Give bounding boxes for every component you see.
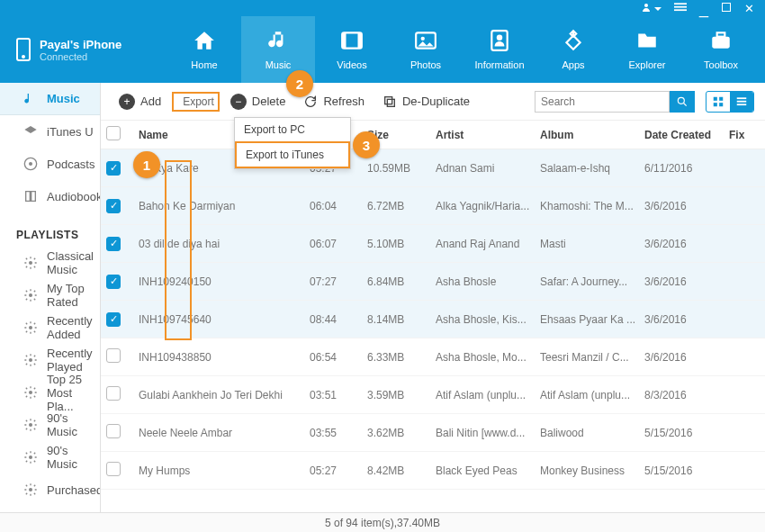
playlist-item[interactable]: Top 25 Most Pla...: [0, 376, 100, 409]
row-checkbox[interactable]: [106, 424, 121, 438]
close-icon[interactable]: ✕: [744, 2, 754, 15]
table-row[interactable]: 03 dil de diya hai06:075.10MBAnand Raj A…: [101, 225, 765, 263]
tab-information[interactable]: Information: [463, 16, 536, 83]
gear-icon: [23, 418, 38, 432]
add-button[interactable]: +Add: [112, 90, 168, 113]
cell-album: Teesri Manzil / C...: [540, 351, 644, 364]
col-album[interactable]: Album: [540, 129, 644, 141]
sidebar-item-itunesu[interactable]: iTunes U: [0, 115, 100, 148]
tab-label: Information: [474, 59, 524, 70]
contacts-icon: [488, 29, 511, 54]
table-row[interactable]: Gulabi Aankhein Jo Teri Dekhi03:513.59MB…: [101, 376, 765, 414]
playlist-item[interactable]: Classical Music: [0, 247, 100, 279]
svg-rect-4: [723, 3, 731, 11]
sidebar: Music iTunes U Podcasts Audiobooks PLAYL…: [0, 83, 101, 512]
playlist-item[interactable]: Purchased: [0, 473, 100, 506]
row-checkbox[interactable]: [106, 462, 121, 476]
btn-label: Delete: [252, 95, 286, 108]
svg-point-18: [29, 326, 32, 329]
tab-photos[interactable]: Photos: [389, 16, 463, 83]
cell-album: Khamoshi: The M...: [540, 200, 644, 212]
table-row[interactable]: INH10943885006:546.33MBAsha Bhosle, Mo..…: [101, 338, 765, 376]
btn-label: Export: [183, 95, 214, 108]
sidebar-label: Music: [47, 92, 80, 105]
export-to-itunes[interactable]: Export to iTunes: [235, 141, 350, 168]
cell-album: Ehsaas Pyaar Ka ...: [540, 313, 644, 326]
view-toggle: [706, 91, 754, 113]
table-row[interactable]: Dil Kya Kare05:2710.59MBAdnan SamiSalaam…: [101, 149, 765, 187]
menu-lines-icon[interactable]: [674, 1, 687, 16]
plus-icon: +: [119, 94, 135, 110]
cell-name: Bahon Ke Darmiyan: [139, 200, 310, 212]
sidebar-label: iTunes U: [47, 125, 94, 139]
svg-rect-28: [719, 96, 723, 100]
minimize-icon[interactable]: _: [699, 4, 708, 13]
select-all-checkbox[interactable]: [106, 126, 121, 140]
row-checkbox[interactable]: [106, 199, 121, 213]
tab-explorer[interactable]: Explorer: [610, 16, 684, 83]
tab-apps[interactable]: Apps: [536, 16, 610, 83]
export-to-pc[interactable]: Export to PC: [235, 118, 350, 141]
svg-point-21: [29, 423, 32, 427]
sidebar-item-audiobooks[interactable]: Audiobooks: [0, 180, 100, 212]
row-checkbox[interactable]: [106, 348, 121, 363]
list-view-button[interactable]: [730, 92, 753, 112]
deduplicate-button[interactable]: De-Duplicate: [375, 91, 477, 113]
cell-size: 6.33MB: [367, 351, 436, 364]
refresh-icon: [303, 95, 318, 109]
row-checkbox[interactable]: [106, 237, 121, 251]
table-row[interactable]: Neele Neele Ambar03:553.62MBBali Nitin […: [101, 414, 765, 452]
row-checkbox[interactable]: [106, 161, 121, 176]
sidebar-item-podcasts[interactable]: Podcasts: [0, 148, 100, 180]
cell-date: 6/11/2016: [644, 162, 729, 175]
table-row[interactable]: My Humps05:278.42MBBlack Eyed PeasMonkey…: [101, 452, 765, 490]
tab-label: Home: [191, 59, 217, 70]
search-button[interactable]: [670, 91, 695, 113]
gear-icon: [23, 482, 38, 497]
row-checkbox[interactable]: [106, 386, 121, 401]
row-checkbox[interactable]: [106, 312, 121, 327]
row-checkbox[interactable]: [106, 275, 121, 289]
sidebar-label: Audiobooks: [47, 190, 101, 203]
playlist-item[interactable]: My Top Rated: [0, 279, 100, 311]
device-panel: Payal's iPhone Connected: [0, 16, 167, 83]
restore-icon[interactable]: [721, 2, 732, 15]
export-button[interactable]: Export: [172, 92, 220, 112]
gear-icon: [23, 450, 38, 464]
user-menu-icon[interactable]: [641, 2, 662, 15]
tab-videos[interactable]: Videos: [315, 16, 389, 83]
table-row[interactable]: INH10974564008:448.14MBAsha Bhosle, Kis.…: [101, 301, 765, 338]
gear-icon: [23, 353, 38, 367]
search-box: [535, 91, 695, 113]
playlist-item[interactable]: Recently Added: [0, 311, 100, 344]
tab-label: Toolbox: [704, 59, 738, 70]
table-row[interactable]: INH10924015007:276.84MBAsha BhosleSafar:…: [101, 263, 765, 301]
svg-rect-32: [737, 100, 747, 102]
cell-name: INH109438850: [139, 351, 310, 364]
minus-icon: −: [230, 94, 247, 110]
playlist-item[interactable]: 90's Music: [0, 441, 100, 473]
svg-rect-7: [358, 32, 362, 48]
playlist-label: 90's Music: [47, 411, 100, 438]
playlist-label: Classical Music: [47, 249, 100, 276]
col-date[interactable]: Date Created: [644, 129, 729, 141]
device-status: Connected: [40, 51, 122, 62]
delete-button[interactable]: −Delete: [223, 90, 293, 113]
tab-home[interactable]: Home: [167, 16, 241, 83]
search-input[interactable]: [535, 91, 670, 113]
col-artist[interactable]: Artist: [436, 129, 540, 141]
svg-point-22: [29, 455, 32, 459]
col-fix[interactable]: Fix: [729, 129, 765, 141]
grid-view-button[interactable]: [706, 92, 730, 112]
tab-label: Music: [266, 59, 292, 70]
tab-toolbox[interactable]: Toolbox: [684, 16, 758, 83]
sidebar-item-music[interactable]: Music: [0, 83, 100, 115]
table-row[interactable]: Bahon Ke Darmiyan06:046.72MBAlka Yagnik/…: [101, 187, 765, 225]
phone-icon: [16, 38, 31, 61]
cell-time: 06:07: [310, 238, 367, 250]
cell-size: 3.59MB: [367, 389, 436, 401]
tab-label: Photos: [410, 59, 441, 70]
cell-time: 05:27: [310, 464, 367, 477]
playlist-item[interactable]: 90's Music: [0, 409, 100, 441]
cell-date: 3/6/2016: [644, 351, 729, 364]
